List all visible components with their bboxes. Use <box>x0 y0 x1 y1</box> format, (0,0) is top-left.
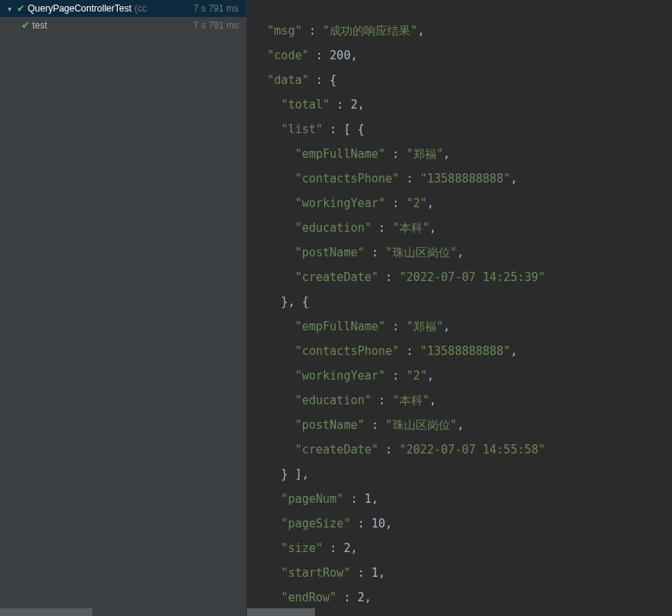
pass-icon: ✔ <box>22 20 29 31</box>
editor-scrollbar[interactable] <box>247 608 315 616</box>
expand-icon[interactable]: ▾ <box>5 5 14 13</box>
test-suffix: (cc <box>135 3 147 14</box>
test-name: test <box>32 20 47 31</box>
test-duration: 7 s 791 ms <box>193 20 242 31</box>
sidebar-scrollbar[interactable] <box>0 608 92 616</box>
test-tree[interactable]: ▾ ✔ QueryPageControllerTest (cc 7 s 791 … <box>0 0 246 616</box>
test-node-child[interactable]: ✔ test 7 s 791 ms <box>0 17 246 34</box>
console-output[interactable]: "msg" : "成功的响应结果", "code" : 200, "data" … <box>247 0 672 616</box>
test-results-sidebar: ▾ ✔ QueryPageControllerTest (cc 7 s 791 … <box>0 0 247 616</box>
test-duration: 7 s 791 ms <box>193 3 242 14</box>
pass-icon: ✔ <box>17 3 25 14</box>
test-node-parent[interactable]: ▾ ✔ QueryPageControllerTest (cc 7 s 791 … <box>0 0 246 17</box>
test-name: QueryPageControllerTest <box>28 3 132 14</box>
json-output: "msg" : "成功的响应结果", "code" : 200, "data" … <box>253 18 666 610</box>
